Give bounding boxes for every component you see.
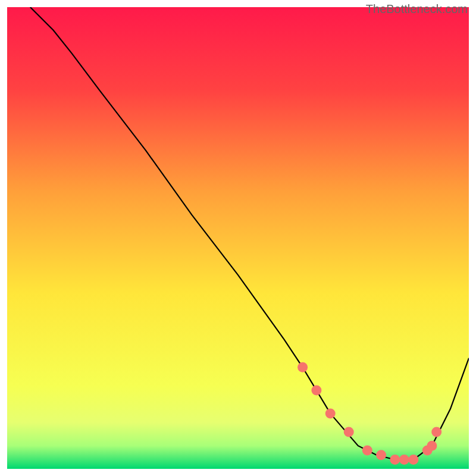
data-marker (344, 427, 354, 437)
data-marker (311, 386, 321, 396)
data-marker (390, 455, 400, 465)
data-marker (325, 408, 336, 418)
data-marker (362, 446, 372, 456)
data-marker (431, 427, 441, 437)
curve-layer (7, 7, 469, 469)
watermark-text: TheBottleneck.com (366, 2, 468, 16)
curve-line (30, 7, 469, 460)
chart-area (7, 7, 469, 469)
marker-group (298, 362, 441, 465)
data-marker (376, 450, 386, 460)
data-marker (298, 362, 308, 372)
data-marker (408, 455, 418, 465)
data-marker (427, 441, 437, 451)
data-marker (399, 455, 409, 465)
